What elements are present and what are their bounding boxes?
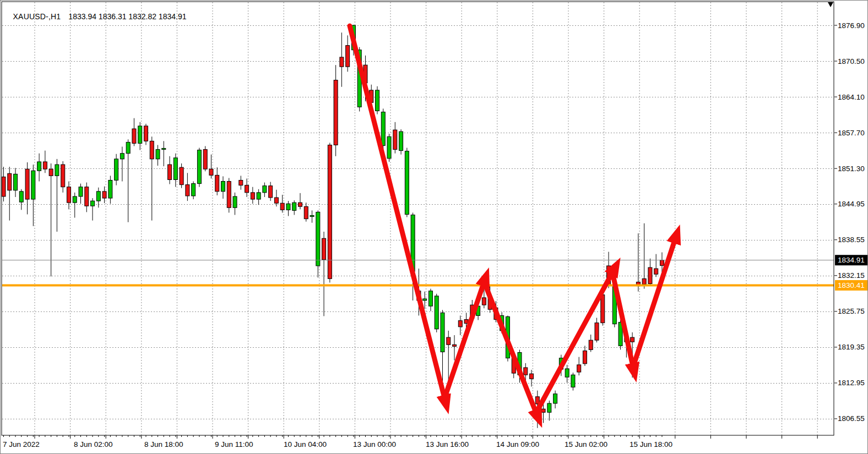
- trend-arrows[interactable]: [350, 26, 675, 412]
- bear-candle: [340, 57, 344, 67]
- bull-candle: [441, 313, 444, 352]
- price-axis[interactable]: 1876.901870.501864.101857.701851.301844.…: [834, 21, 868, 423]
- bull-candle: [19, 192, 23, 202]
- bull-candle: [156, 150, 160, 159]
- price-axis-label: 1876.90: [838, 21, 865, 30]
- bear-candle: [482, 298, 486, 305]
- bull-candle: [387, 136, 391, 158]
- bear-candle: [227, 182, 231, 208]
- price-axis-label: 1857.70: [838, 129, 865, 137]
- bear-candle: [49, 169, 53, 176]
- bull-candle: [37, 162, 41, 171]
- bull-candle: [233, 196, 237, 207]
- price-axis-label: 1825.75: [838, 307, 865, 315]
- bull-candle: [423, 299, 427, 300]
- bear-candle: [43, 162, 47, 169]
- bear-candle: [589, 340, 593, 349]
- bear-candle: [186, 185, 189, 196]
- price-axis-label: 1838.55: [838, 236, 865, 244]
- time-axis-label: 13 Jun 16:00: [426, 440, 469, 448]
- bear-candle: [239, 180, 243, 185]
- plot-frame: [2, 2, 834, 435]
- trend-arrow[interactable]: [445, 283, 484, 397]
- trend-arrow[interactable]: [536, 272, 612, 412]
- bull-candle: [221, 182, 225, 192]
- time-axis-label: 9 Jun 11:00: [215, 440, 253, 448]
- time-axis-label: 13 Jun 00:00: [353, 440, 396, 448]
- time-axis-label: 14 Jun 09:00: [496, 440, 539, 448]
- price-chart[interactable]: 1876.901870.501864.101857.701851.301844.…: [1, 1, 868, 454]
- bear-candle: [595, 323, 599, 341]
- price-tag-label: 1830.41: [838, 281, 865, 289]
- time-axis-label: 10 Jun 04:00: [284, 440, 327, 448]
- price-axis-label: 1806.55: [838, 414, 865, 423]
- bull-candle: [310, 216, 314, 217]
- bear-candle: [180, 167, 183, 185]
- bear-candle: [583, 351, 587, 363]
- bull-candle: [554, 394, 557, 403]
- chart-shift-marker-icon[interactable]: [828, 2, 833, 7]
- bull-candle: [55, 165, 59, 176]
- bull-candle: [73, 196, 77, 203]
- bear-candle: [654, 269, 658, 274]
- grid-lines: [2, 2, 833, 435]
- price-axis-label: 1819.35: [838, 343, 865, 351]
- bull-candle: [292, 203, 296, 210]
- bull-candle: [257, 193, 261, 199]
- bear-candle: [209, 169, 213, 175]
- bear-candle: [648, 267, 652, 283]
- bear-candle: [61, 165, 65, 187]
- time-axis[interactable]: 7 Jun 20228 Jun 02:008 Jun 18:009 Jun 11…: [3, 435, 817, 448]
- bull-candle: [96, 192, 100, 201]
- price-axis-label: 1851.30: [838, 165, 865, 173]
- price-lines[interactable]: [2, 260, 834, 286]
- bear-candle: [251, 193, 254, 199]
- bear-candle: [215, 175, 219, 191]
- bull-candle: [109, 180, 112, 199]
- bear-candle: [660, 260, 664, 266]
- bull-candle: [399, 132, 403, 151]
- bear-candle: [67, 187, 70, 203]
- bear-candle: [541, 409, 545, 412]
- bear-candle: [25, 169, 29, 199]
- bear-candle: [393, 130, 397, 150]
- bull-candle: [192, 184, 196, 196]
- bull-candle: [376, 90, 379, 111]
- price-axis-label: 1812.95: [838, 379, 865, 387]
- bear-candle: [85, 187, 89, 206]
- bear-candle: [458, 321, 462, 327]
- time-axis-label: 8 Jun 18:00: [144, 440, 183, 448]
- chart-window: XAUUSD-,H11833.94 1836.31 1832.82 1834.9…: [0, 0, 868, 454]
- bull-candle: [91, 201, 95, 206]
- bear-candle: [132, 129, 136, 143]
- bull-candle: [571, 375, 575, 387]
- bull-candle: [197, 150, 201, 184]
- bear-candle: [2, 177, 6, 196]
- bear-candle: [269, 186, 273, 198]
- bear-candle: [203, 150, 207, 169]
- bull-candle: [263, 186, 267, 193]
- bull-candle: [428, 291, 432, 306]
- bear-candle: [447, 337, 451, 344]
- bull-candle: [316, 212, 320, 266]
- price-axis-label: 1832.15: [838, 271, 865, 280]
- bull-candle: [381, 112, 385, 146]
- symbol-period-label: XAUUSD-,H1: [13, 12, 61, 21]
- last-bar-ohlc-label: 1833.94 1836.31 1832.82 1834.91: [68, 12, 186, 21]
- trend-arrow[interactable]: [350, 26, 444, 398]
- bear-candle: [577, 365, 581, 372]
- time-axis-label: 15 Jun 18:00: [630, 440, 672, 448]
- bull-candle: [126, 142, 130, 153]
- bear-candle: [144, 126, 148, 141]
- time-axis-label: 15 Jun 02:00: [565, 440, 607, 448]
- bear-candle: [601, 295, 605, 323]
- bear-candle: [328, 145, 332, 278]
- bear-candle: [322, 238, 326, 260]
- bull-candle: [435, 296, 438, 329]
- bear-candle: [334, 80, 338, 145]
- bear-candle: [453, 344, 457, 346]
- bear-candle: [8, 173, 12, 190]
- bear-candle: [524, 368, 528, 375]
- bull-candle: [162, 149, 166, 150]
- candlesticks: [2, 25, 664, 428]
